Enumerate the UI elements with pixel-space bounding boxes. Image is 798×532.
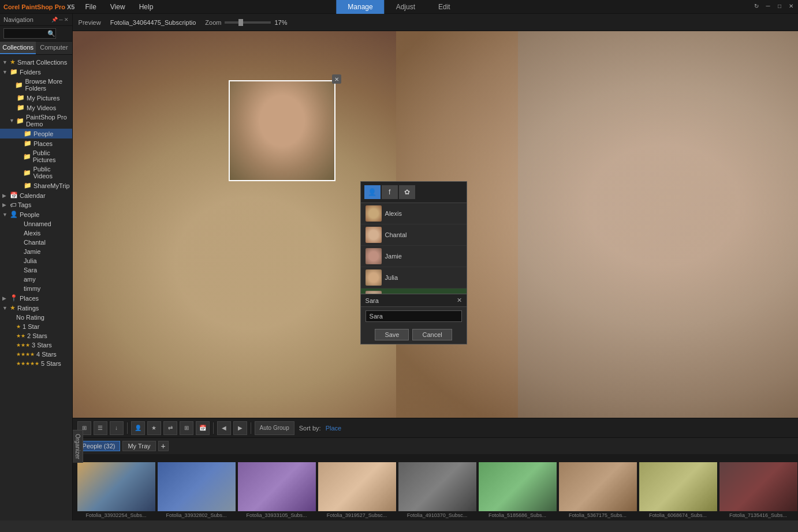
tree-item-timmy[interactable]: timmy [0, 284, 72, 293]
film-add-tray-btn[interactable]: + [158, 441, 169, 451]
tree-item-people[interactable]: ▼ 👤 People [0, 209, 72, 219]
tool-btn-calendar[interactable]: 📅 [196, 421, 210, 435]
people-icon-btn-person[interactable]: 👤 [364, 185, 381, 199]
people-list-item-jamie[interactable]: Jamie [361, 246, 467, 267]
tree-item-folders[interactable]: ▼ 📁 Folders [0, 67, 72, 77]
tree-item-my-pictures[interactable]: 📁 My Pictures [0, 93, 72, 103]
tree-item-5stars[interactable]: ★★★★★ 5 Stars [0, 359, 72, 368]
tree-item-public-videos[interactable]: 📁 Public Videos [0, 164, 72, 181]
tree-item-4stars[interactable]: ★★★★ 4 Stars [0, 350, 72, 359]
tool-btn-people[interactable]: 👤 [131, 421, 145, 435]
menu-file[interactable]: File [81, 2, 99, 12]
tree-item-browse-folders[interactable]: 📁 Browse More Folders [0, 77, 72, 93]
tree-item-people-folder[interactable]: 📁 People [0, 129, 72, 138]
nav-panel-title: Navigation [3, 16, 33, 23]
tree-item-sharemytrip[interactable]: 📁 ShareMyTrip [0, 181, 72, 190]
people-popup-icons: 👤 f ✿ [361, 182, 467, 203]
bottom-toolbar: ⊞ ☰ ↓ 👤 ★ ⇄ ⊞ 📅 ◀ ▶ Auto Group Sort by: … [73, 418, 798, 437]
film-tab-people[interactable]: People (32) [77, 441, 121, 451]
preview-filename: Fotolia_34064475_Subscriptio [110, 19, 196, 26]
people-icon-btn-flickr[interactable]: ✿ [399, 185, 415, 199]
refresh-btn[interactable]: ↻ [752, 1, 761, 10]
face-box-close-btn[interactable]: ✕ [332, 74, 341, 84]
minimize-btn[interactable]: ─ [763, 1, 773, 10]
tree-item-tags[interactable]: ▶ 🏷 Tags [0, 200, 72, 209]
name-input-field[interactable] [366, 310, 462, 322]
film-item-3[interactable]: Fotolia_33933105_Subs... [238, 462, 316, 518]
filmstrip-tabs: People (32) My Tray + [73, 438, 798, 454]
tree-item-alexis[interactable]: Alexis [0, 228, 72, 238]
tool-btn-arrow[interactable]: ↓ [110, 421, 124, 435]
film-item-4[interactable]: Fotolia_3919527_Subsc... [318, 462, 396, 518]
people-thumb-jamie [366, 248, 382, 264]
nav-panel-minimize[interactable]: ─ [59, 17, 62, 23]
tree-item-ratings[interactable]: ▼ ★ Ratings [0, 303, 72, 313]
cancel-button[interactable]: Cancel [412, 329, 452, 340]
tool-btn-share[interactable]: ⇄ [163, 421, 177, 435]
tab-manage[interactable]: Manage [336, 0, 384, 14]
sort-by-label: Sort by: [299, 425, 321, 432]
maximize-btn[interactable]: □ [775, 1, 784, 10]
tree-item-public-pictures[interactable]: 📁 Public Pictures [0, 148, 72, 164]
save-button[interactable]: Save [375, 329, 409, 340]
mode-tabs: Manage Adjust Edit [336, 0, 461, 14]
zoom-slider[interactable] [225, 21, 271, 24]
tool-btn-right[interactable]: ▶ [233, 421, 247, 435]
tree-item-unnamed[interactable]: Unnamed [0, 219, 72, 228]
tree-view: ▼ ★ Smart Collections ▼ 📁 Folders 📁 Brow… [0, 55, 72, 520]
nav-panel-pin[interactable]: 📌 [51, 17, 58, 23]
tab-edit[interactable]: Edit [427, 0, 462, 14]
sort-place-link[interactable]: Place [326, 425, 342, 432]
film-item-9[interactable]: Fotolia_7135416_Subs... [719, 462, 797, 518]
organizer-tab[interactable]: Organizer [73, 430, 83, 463]
film-item-8[interactable]: Fotolia_6068674_Subs... [639, 462, 717, 518]
tree-item-amy[interactable]: amy [0, 275, 72, 284]
name-popup-header: Sara ✕ [361, 294, 467, 307]
people-list-item-chantal[interactable]: Chantal [361, 224, 467, 246]
tree-item-chantal[interactable]: Chantal [0, 238, 72, 247]
tree-item-calendar[interactable]: ▶ 📅 Calendar [0, 190, 72, 200]
tree-item-sara[interactable]: Sara [0, 265, 72, 275]
tool-btn-list[interactable]: ☰ [94, 421, 107, 435]
tool-btn-left[interactable]: ◀ [217, 421, 231, 435]
tool-btn-grid[interactable]: ⊞ [180, 421, 193, 435]
tree-item-2stars[interactable]: ★★ 2 Stars [0, 331, 72, 340]
people-list-item-julia[interactable]: Julia [361, 267, 467, 289]
face-detection-box: ✕ [229, 80, 335, 181]
people-icon-btn-facebook[interactable]: f [382, 185, 398, 199]
tab-computer[interactable]: Computer [36, 42, 72, 54]
search-icon[interactable]: 🔍 [47, 30, 55, 37]
tool-btn-star[interactable]: ★ [147, 421, 161, 435]
tree-item-1star[interactable]: ★ 1 Star [0, 322, 72, 331]
tree-item-paintshop-demo[interactable]: ▼ 📁 PaintShop Pro Demo [0, 113, 72, 129]
tree-item-jamie[interactable]: Jamie [0, 247, 72, 256]
film-item-7[interactable]: Fotolia_5367175_Subs... [559, 462, 637, 518]
name-save-popup: Sara ✕ Save Cancel [360, 294, 467, 344]
tree-item-no-rating[interactable]: No Rating [0, 313, 72, 322]
tab-adjust[interactable]: Adjust [385, 0, 427, 14]
app-title: Corel PaintShop Pro X5 [3, 3, 74, 10]
tree-item-my-videos[interactable]: 📁 My Videos [0, 103, 72, 113]
film-item-1[interactable]: Fotolia_33932254_Subs... [77, 462, 155, 518]
people-thumb-alexis [366, 205, 382, 222]
menu-help[interactable]: Help [136, 2, 157, 12]
close-btn[interactable]: ✕ [786, 1, 796, 10]
film-tab-my-tray[interactable]: My Tray [122, 441, 155, 451]
auto-group-btn[interactable]: Auto Group [255, 421, 294, 435]
menu-view[interactable]: View [107, 2, 129, 12]
tree-item-smart-collections[interactable]: ▼ ★ Smart Collections [0, 57, 72, 67]
tree-item-places[interactable]: ▶ 📍 Places [0, 293, 72, 303]
people-list-item-alexis[interactable]: Alexis [361, 203, 467, 224]
tree-item-3stars[interactable]: ★★★ 3 Stars [0, 340, 72, 350]
film-item-5[interactable]: Fotolia_4910370_Subsc... [398, 462, 476, 518]
tree-item-places-folder[interactable]: 📁 Places [0, 138, 72, 148]
zoom-area: Zoom 17% [205, 19, 287, 26]
tab-collections[interactable]: Collections [0, 42, 36, 54]
nav-panel-close[interactable]: ✕ [64, 17, 69, 23]
film-item-2[interactable]: Fotolia_33932802_Subs... [158, 462, 236, 518]
film-item-6[interactable]: Fotolia_5185686_Subs... [479, 462, 557, 518]
name-popup-close-btn[interactable]: ✕ [457, 297, 462, 304]
name-popup-buttons: Save Cancel [361, 325, 467, 344]
preview-label: Preview [79, 19, 101, 26]
tree-item-julia[interactable]: Julia [0, 256, 72, 265]
